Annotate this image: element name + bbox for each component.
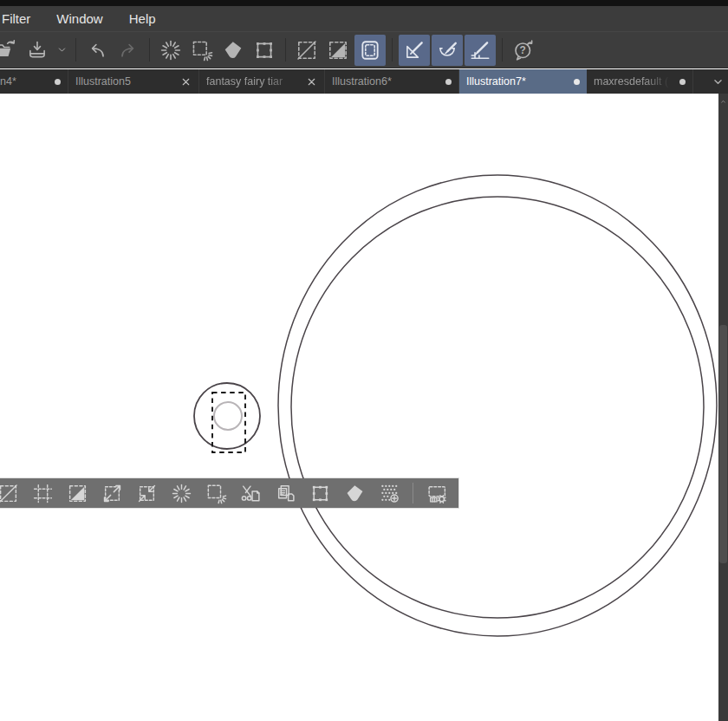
launcher-settings-icon xyxy=(426,483,448,504)
copy-and-paste-button[interactable] xyxy=(274,482,296,504)
open-file-button[interactable] xyxy=(0,35,22,66)
separator xyxy=(502,38,503,62)
tab-illustration7[interactable]: Illustration7* xyxy=(459,69,587,94)
bucket-icon xyxy=(344,483,366,504)
scrollbar-thumb[interactable] xyxy=(719,325,727,563)
snap-to-special-ruler-button[interactable] xyxy=(432,35,463,66)
clear-button[interactable] xyxy=(155,35,186,66)
snap-to-ruler-button[interactable] xyxy=(399,35,430,66)
invert-icon xyxy=(327,39,349,62)
cut-paste-icon xyxy=(240,483,262,504)
svg-text:?: ? xyxy=(520,44,526,56)
burst-icon xyxy=(171,483,192,504)
canvas-drawing xyxy=(0,94,718,721)
scale-rotate-button[interactable] xyxy=(309,482,331,504)
inner-circle-drawing xyxy=(291,197,704,618)
save-options-button[interactable] xyxy=(53,35,70,66)
new-tone-button[interactable] xyxy=(378,482,400,504)
deselect-button[interactable] xyxy=(0,482,19,504)
save-export-button[interactable] xyxy=(22,35,53,66)
cut-and-paste-button[interactable] xyxy=(239,482,262,504)
redo-icon xyxy=(117,39,140,62)
undo-button[interactable] xyxy=(81,35,113,66)
shrink-selection-button[interactable] xyxy=(135,482,158,504)
chevron-down-icon xyxy=(55,43,68,56)
unsaved-dot-indicator xyxy=(55,79,61,85)
close-tab-button[interactable] xyxy=(180,76,192,88)
snap-to-grid-button[interactable] xyxy=(465,35,496,66)
close-tab-button[interactable] xyxy=(306,76,317,88)
outer-circle-drawing xyxy=(278,175,717,636)
menu-item-help[interactable]: Help xyxy=(116,8,169,29)
invert-selection-button[interactable] xyxy=(322,35,354,66)
burst-icon xyxy=(159,39,182,62)
tab-label: n4* xyxy=(0,75,48,88)
help-icon: ? xyxy=(512,39,535,62)
crop-to-selection-button[interactable] xyxy=(31,482,54,504)
menubar: FilterWindowHelp xyxy=(0,6,728,31)
clear-outside-selection-button[interactable] xyxy=(186,35,218,66)
expand-selection-button[interactable] xyxy=(101,482,123,504)
separator xyxy=(413,483,413,503)
tab-fantasy-fairy-tiar[interactable]: fantasy fairy tiar xyxy=(199,69,325,94)
tab-illustration6[interactable]: Illustration6* xyxy=(325,69,459,94)
separator xyxy=(285,38,286,62)
tab-overflow-button[interactable] xyxy=(711,75,725,89)
tab-illustration5[interactable]: Illustration5 xyxy=(68,69,199,94)
unsaved-dot-indicator xyxy=(445,79,452,85)
invert-icon xyxy=(67,483,88,504)
open-folder-icon xyxy=(0,39,17,62)
tab-label: maxresdefault (1 xyxy=(594,75,673,88)
snap-special-ruler-icon xyxy=(436,39,458,62)
tab-label: Illustration5 xyxy=(75,75,173,88)
tone-add-icon xyxy=(379,483,400,504)
tab-label: Illustration6* xyxy=(332,75,439,88)
export-save-icon xyxy=(26,39,49,62)
transform-icon xyxy=(253,39,276,62)
help-button[interactable]: ? xyxy=(508,35,539,66)
menu-item-window[interactable]: Window xyxy=(43,8,115,29)
small-inner-circle-drawing xyxy=(214,402,242,430)
tab-maxresdefault-1[interactable]: maxresdefault (1 xyxy=(587,69,693,94)
expand-selection-icon xyxy=(101,483,123,504)
vertical-scrollbar[interactable] xyxy=(718,94,728,721)
chevron-down-icon xyxy=(711,75,725,89)
document-tabbar: n4*Illustration5fantasy fairy tiarIllust… xyxy=(0,69,728,94)
marquee-rays-icon xyxy=(205,483,227,504)
close-icon xyxy=(180,76,192,88)
separator xyxy=(75,38,76,62)
chevron-up-icon xyxy=(718,95,728,107)
bucket-icon xyxy=(222,39,244,62)
crop-marks-icon xyxy=(32,483,54,504)
invert-selection-button[interactable] xyxy=(66,482,88,504)
launcher-settings-button[interactable] xyxy=(426,482,448,504)
unsaved-dot-indicator xyxy=(679,79,686,85)
canvas-area[interactable] xyxy=(0,94,718,721)
scale-rotate-button[interactable] xyxy=(249,35,280,66)
undo-icon xyxy=(86,39,108,62)
snap-ruler-icon xyxy=(403,39,426,62)
main-toolbar: ? xyxy=(0,31,728,68)
shrink-selection-icon xyxy=(136,483,158,504)
menu-item-filter[interactable]: Filter xyxy=(0,8,43,29)
tab-label: Illustration7* xyxy=(466,75,567,88)
fill-button[interactable] xyxy=(343,482,366,504)
deselect-icon xyxy=(0,483,19,504)
fill-button[interactable] xyxy=(218,35,249,66)
app-window: FilterWindowHelp ? n4*Illustration5fanta… xyxy=(0,0,728,721)
scroll-up-button[interactable] xyxy=(718,95,728,107)
snap-grid-icon xyxy=(469,39,491,62)
redo-button[interactable] xyxy=(113,35,144,66)
close-icon xyxy=(306,76,317,88)
small-circle-drawing xyxy=(194,383,260,449)
clear-outside-selection-button[interactable] xyxy=(205,482,227,504)
separator xyxy=(149,38,150,62)
deselect-button[interactable] xyxy=(291,35,322,66)
selection-border-icon xyxy=(359,39,381,62)
unsaved-dot-indicator xyxy=(574,79,580,85)
toggle-selection-border-button[interactable] xyxy=(354,35,386,66)
clear-button[interactable] xyxy=(170,482,192,504)
marquee-rays-icon xyxy=(191,39,213,62)
tab-n4[interactable]: n4* xyxy=(0,69,68,94)
separator xyxy=(392,38,393,62)
